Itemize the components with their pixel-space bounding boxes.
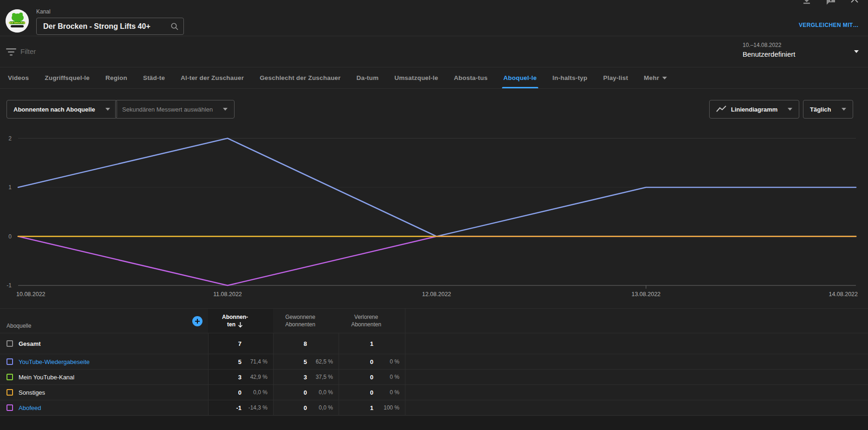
total-abonnenten: 7 xyxy=(228,340,241,347)
cell-percent: 37,5 % xyxy=(307,374,333,380)
chart-type-select[interactable]: Liniendiagramm xyxy=(709,100,799,119)
cell-percent: 0,0 % xyxy=(241,389,268,396)
svg-text:10.08.2022: 10.08.2022 xyxy=(16,291,46,298)
channel-field-label: Kanal xyxy=(36,8,51,15)
cell-percent: 100 % xyxy=(373,404,399,411)
date-range-text: 10.–14.08.2022 xyxy=(743,42,859,48)
row-checkbox[interactable] xyxy=(7,404,13,411)
table-row[interactable]: Mein YouTube-Kanal 342,9 % 337,5 % 00 % xyxy=(0,370,868,385)
tab-in-halts-typ[interactable]: In-halts-typ xyxy=(545,67,595,88)
analytics-tabs: VideosZugriffsquel-leRegionStäd-teAl-ter… xyxy=(0,67,868,89)
total-row[interactable]: Gesamt 7 8 1 xyxy=(0,333,868,354)
tab-st-d-te[interactable]: Städ-te xyxy=(135,67,173,88)
plus-icon xyxy=(195,318,200,324)
column-header-line2: ten xyxy=(227,321,235,328)
top-bar: DER BROCKEN Kanal Der Brocken - Strong L… xyxy=(0,0,868,36)
chevron-down-icon xyxy=(842,108,846,111)
feedback-icon[interactable] xyxy=(825,0,836,7)
tab-al-ter-der-zuschauer[interactable]: Al-ter der Zuschauer xyxy=(173,67,252,88)
row-checkbox[interactable] xyxy=(7,374,13,380)
chevron-down-icon xyxy=(854,50,859,53)
line-chart-icon xyxy=(716,106,726,113)
svg-text:12.08.2022: 12.08.2022 xyxy=(422,291,451,298)
total-verlorene: 1 xyxy=(360,340,373,347)
row-checkbox[interactable] xyxy=(7,358,13,365)
cell-value: 0 xyxy=(294,389,307,396)
add-metric-button[interactable] xyxy=(192,316,202,326)
svg-text:11.08.2022: 11.08.2022 xyxy=(213,291,242,298)
row-label[interactable]: Abofeed xyxy=(19,404,41,411)
cell-percent: 71,4 % xyxy=(241,358,268,365)
column-header-line2: Abonnenten xyxy=(351,321,381,328)
aboquelle-table: Aboquelle Abonnen- ten Gewonnene Abonnen… xyxy=(0,308,868,416)
svg-text:DER BROCKEN: DER BROCKEN xyxy=(8,21,26,24)
table-row[interactable]: Sonstiges 00,0 % 00,0 % 00 % xyxy=(0,385,868,400)
row-label[interactable]: Mein YouTube-Kanal xyxy=(19,374,74,381)
metric-select[interactable]: Abonnenten nach Aboquelle xyxy=(7,100,117,119)
date-range-selector[interactable]: 10.–14.08.2022 Benutzerdefiniert xyxy=(743,40,859,64)
cell-percent: 0,0 % xyxy=(307,389,333,396)
cell-percent: 0 % xyxy=(373,389,399,396)
column-header-gewonnene[interactable]: Gewonnene Abonnenten xyxy=(273,309,339,333)
search-icon xyxy=(170,22,179,31)
row-label[interactable]: Sonstiges xyxy=(19,389,45,396)
cell-percent: 62,5 % xyxy=(307,358,333,365)
column-header-verlorene[interactable]: Verlorene Abonnenten xyxy=(339,309,405,333)
column-header-line1: Verlorene xyxy=(354,313,378,321)
total-row-label: Gesamt xyxy=(19,340,41,347)
tab-region[interactable]: Region xyxy=(98,67,135,88)
cell-percent: 0 % xyxy=(373,374,399,380)
tab-abosta-tus[interactable]: Abosta-tus xyxy=(446,67,496,88)
compare-with-link[interactable]: VERGLEICHEN MIT… xyxy=(799,22,859,28)
cell-value: 3 xyxy=(228,374,241,381)
cell-value: 5 xyxy=(294,358,307,365)
tab-mehr[interactable]: Mehr xyxy=(636,67,675,88)
svg-text:1: 1 xyxy=(8,184,12,191)
channel-avatar[interactable]: DER BROCKEN xyxy=(6,9,29,33)
filter-icon xyxy=(6,47,17,57)
cell-value: 0 xyxy=(294,404,307,411)
cell-value: 0 xyxy=(360,389,373,396)
secondary-metric-select[interactable]: Sekundären Messwert auswählen xyxy=(115,100,235,119)
chevron-down-icon xyxy=(662,77,667,79)
tab-videos[interactable]: Videos xyxy=(0,67,37,88)
tab-umsatzquel-le[interactable]: Umsatzquel-le xyxy=(386,67,446,88)
table-row[interactable]: Abofeed -1-14,3 % 00,0 % 1100 % xyxy=(0,400,868,416)
svg-text:2: 2 xyxy=(8,135,12,142)
chevron-down-icon xyxy=(788,108,792,111)
row-label[interactable]: YouTube-Wiedergabeseite xyxy=(19,358,90,365)
granularity-select[interactable]: Täglich xyxy=(803,100,853,119)
channel-search-value: Der Brocken - Strong Lifts 40+ xyxy=(43,22,167,31)
cell-percent: -14,3 % xyxy=(241,404,268,411)
granularity-label: Täglich xyxy=(810,106,831,113)
svg-text:14.08.2022: 14.08.2022 xyxy=(829,291,858,298)
chart-controls: Abonnenten nach Aboquelle Sekundären Mes… xyxy=(0,89,868,124)
channel-search-box[interactable]: Der Brocken - Strong Lifts 40+ xyxy=(36,18,184,35)
column-header-line1: Abonnen- xyxy=(222,313,248,321)
filter-input[interactable]: Filter xyxy=(20,47,36,55)
row-checkbox[interactable] xyxy=(7,389,13,396)
cell-value: 3 xyxy=(294,374,307,381)
total-row-checkbox[interactable] xyxy=(7,340,13,347)
tab-geschlecht-der-zuschauer[interactable]: Geschlecht der Zuschauer xyxy=(252,67,348,88)
table-row[interactable]: YouTube-Wiedergabeseite 571,4 % 562,5 % … xyxy=(0,354,868,370)
cell-percent: 42,9 % xyxy=(241,374,268,380)
svg-text:-1: -1 xyxy=(7,282,12,289)
metric-select-label: Abonnenten nach Aboquelle xyxy=(13,106,95,113)
tab-aboquel-le[interactable]: Aboquel-le xyxy=(496,67,545,88)
svg-text:13.08.2022: 13.08.2022 xyxy=(632,291,661,298)
chevron-down-icon xyxy=(105,108,110,111)
cell-value: 0 xyxy=(360,358,373,365)
tab-play-list[interactable]: Play-list xyxy=(595,67,636,88)
column-header-line2: Abonnenten xyxy=(285,321,315,328)
cell-value: 0 xyxy=(228,389,241,396)
svg-text:0: 0 xyxy=(8,233,12,240)
column-header-line1: Gewonnene xyxy=(285,313,315,321)
download-icon[interactable] xyxy=(801,0,812,7)
filter-bar: Filter 10.–14.08.2022 Benutzerdefiniert xyxy=(0,36,868,67)
total-gewonnene: 8 xyxy=(294,340,307,347)
tab-zugriffsquel-le[interactable]: Zugriffsquel-le xyxy=(37,67,98,88)
close-icon[interactable] xyxy=(849,0,860,7)
tab-da-tum[interactable]: Da-tum xyxy=(349,67,387,88)
column-header-abonnenten[interactable]: Abonnen- ten xyxy=(208,309,273,333)
